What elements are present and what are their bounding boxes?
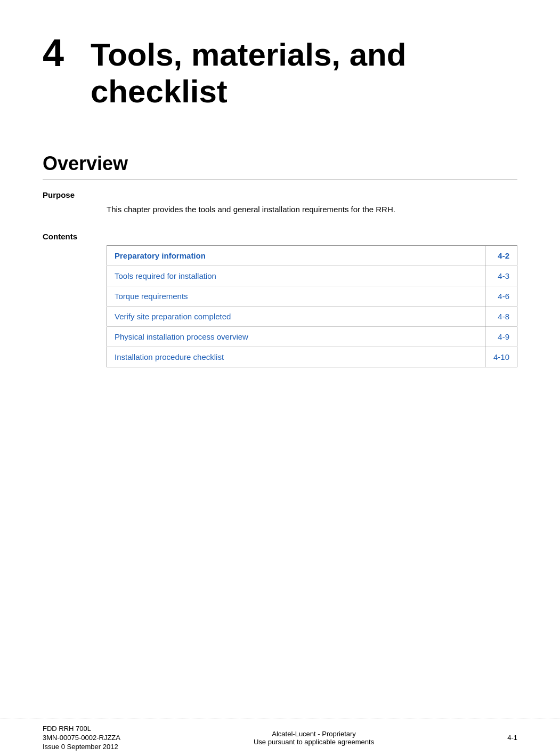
footer: FDD RRH 700L 3MN-00075-0002-RJZZA Issue … <box>0 719 560 756</box>
contents-page-2: 4-3 <box>485 266 517 286</box>
contents-page-1: 4-2 <box>485 245 517 266</box>
purpose-label: Purpose <box>43 190 517 199</box>
footer-part-number: 3MN-00075-0002-RJZZA <box>43 734 120 742</box>
contents-page-5: 4-9 <box>485 326 517 347</box>
contents-table: Preparatory information 4-2 Tools requir… <box>107 245 517 367</box>
contents-page-6: 4-10 <box>485 347 517 367</box>
footer-left: FDD RRH 700L 3MN-00075-0002-RJZZA Issue … <box>43 725 120 751</box>
chapter-header: 4 Tools, materials, and checklist <box>43 32 517 110</box>
contents-link-5[interactable]: Physical installation process overview <box>107 326 485 347</box>
chapter-number: 4 <box>43 32 91 74</box>
purpose-section: Purpose This chapter provides the tools … <box>43 190 517 216</box>
chapter-title: Tools, materials, and checklist <box>91 32 517 110</box>
table-row: Verify site preparation completed 4-8 <box>107 306 517 326</box>
contents-link-6[interactable]: Installation procedure checklist <box>107 347 485 367</box>
page-container: 4 Tools, materials, and checklist Overvi… <box>0 0 560 756</box>
contents-link-1[interactable]: Preparatory information <box>107 245 485 266</box>
contents-link-3[interactable]: Torque requirements <box>107 286 485 306</box>
contents-link-4[interactable]: Verify site preparation completed <box>107 306 485 326</box>
footer-doc-id: FDD RRH 700L <box>43 725 120 733</box>
overview-section: Overview Purpose This chapter provides t… <box>43 152 517 367</box>
table-row: Torque requirements 4-6 <box>107 286 517 306</box>
footer-company: Alcatel-Lucent - Proprietary <box>254 730 374 738</box>
contents-label: Contents <box>43 232 517 241</box>
contents-section: Contents Preparatory information 4-2 Too… <box>43 232 517 367</box>
footer-center: Alcatel-Lucent - Proprietary Use pursuan… <box>254 730 374 746</box>
contents-page-4: 4-8 <box>485 306 517 326</box>
contents-page-3: 4-6 <box>485 286 517 306</box>
footer-page-number: 4-1 <box>507 734 517 742</box>
table-row: Physical installation process overview 4… <box>107 326 517 347</box>
table-row: Preparatory information 4-2 <box>107 245 517 266</box>
table-row: Installation procedure checklist 4-10 <box>107 347 517 367</box>
main-content: 4 Tools, materials, and checklist Overvi… <box>0 0 560 719</box>
contents-link-2[interactable]: Tools required for installation <box>107 266 485 286</box>
purpose-text: This chapter provides the tools and gene… <box>107 204 517 216</box>
table-row: Tools required for installation 4-3 <box>107 266 517 286</box>
footer-usage: Use pursuant to applicable agreements <box>254 738 374 746</box>
footer-issue: Issue 0 September 2012 <box>43 743 120 751</box>
overview-heading: Overview <box>43 152 517 180</box>
